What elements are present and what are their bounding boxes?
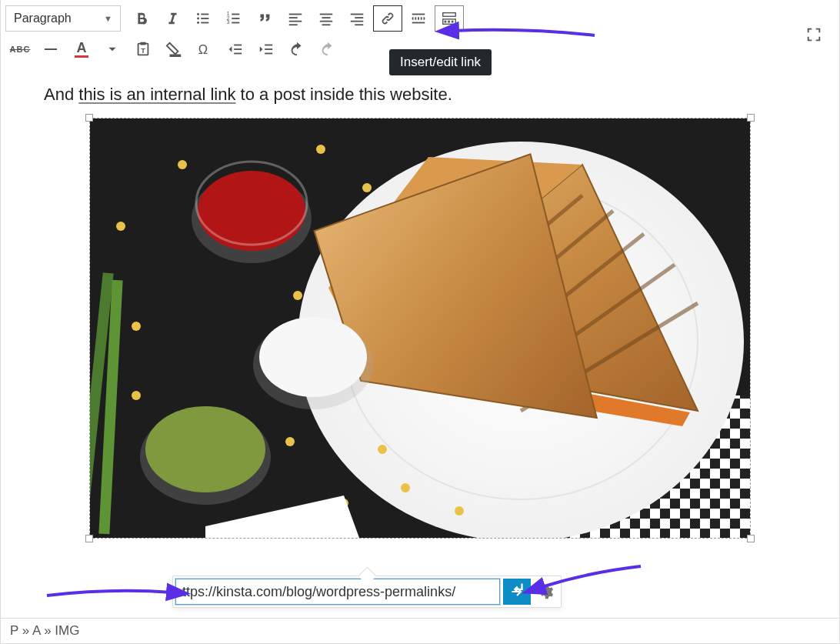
text-color-button[interactable]: A [67,36,96,62]
link-url-input[interactable] [175,579,500,605]
para-text-post: to a post inside this website. [235,85,452,104]
caret-down-icon: ▼ [104,14,112,23]
svg-text:Ω: Ω [198,42,208,56]
align-center-button[interactable] [312,5,341,32]
svg-rect-29 [445,21,447,23]
svg-rect-33 [140,42,145,45]
undo-button[interactable] [282,36,312,62]
svg-rect-38 [234,53,242,55]
italic-button[interactable] [158,5,187,32]
svg-rect-16 [320,14,333,15]
svg-rect-4 [201,18,208,19]
svg-rect-30 [448,21,450,23]
toolbar-toggle-button[interactable] [435,5,464,32]
svg-rect-20 [351,14,364,15]
svg-point-70 [362,183,372,192]
svg-point-63 [259,317,367,397]
svg-rect-17 [322,17,331,18]
ordered-list-button[interactable]: 123 [219,5,248,32]
svg-rect-15 [289,24,298,25]
svg-rect-37 [234,48,242,50]
svg-point-1 [197,18,199,20]
svg-point-75 [455,506,464,516]
svg-point-2 [197,22,199,24]
svg-point-77 [285,437,295,446]
apply-link-button[interactable] [503,579,531,605]
internal-link[interactable]: this is an internal link [78,85,235,104]
svg-point-73 [401,483,410,492]
special-character-button[interactable]: Ω [190,36,219,62]
link-options-button[interactable] [532,579,558,605]
svg-rect-9 [232,14,239,15]
svg-rect-21 [355,17,363,18]
para-text-pre: And [44,85,78,104]
svg-text:T: T [141,47,145,55]
svg-rect-10 [232,18,239,19]
svg-rect-31 [452,21,454,23]
path-sep1: » [18,623,32,638]
svg-text:3: 3 [227,19,230,25]
svg-point-71 [132,322,141,331]
resize-handle-tl[interactable] [85,114,93,122]
resize-handle-bl[interactable] [85,535,93,542]
svg-point-60 [198,171,305,251]
indent-button[interactable] [252,36,281,62]
align-right-button[interactable] [342,5,372,32]
outdent-button[interactable] [221,36,250,62]
annotation-arrow-left [43,582,178,608]
svg-point-68 [178,160,187,169]
format-select[interactable]: Paragraph ▼ [5,5,121,32]
svg-point-0 [197,13,199,15]
svg-point-79 [116,222,125,231]
format-select-label: Paragraph [14,12,72,25]
clear-formatting-button[interactable] [159,36,188,62]
svg-point-69 [316,145,325,154]
link-button-tooltip: Insert/edit link [389,49,492,75]
blockquote-button[interactable] [250,5,279,32]
path-img[interactable]: IMG [55,623,79,638]
svg-rect-41 [265,53,272,55]
svg-rect-19 [322,24,331,25]
path-sep2: » [40,623,55,638]
bold-button[interactable] [127,5,156,32]
svg-rect-39 [265,45,272,46]
editor-content[interactable]: And this is an internal link to a post i… [1,68,839,538]
unordered-list-button[interactable] [188,5,218,32]
svg-rect-22 [351,21,364,22]
resize-handle-br[interactable] [747,535,755,542]
svg-rect-24 [412,14,425,15]
svg-rect-5 [201,22,208,24]
redo-button[interactable] [313,36,342,62]
content-image[interactable] [90,118,750,538]
selected-image-wrap[interactable] [90,118,750,538]
path-a[interactable]: A [32,623,40,638]
svg-rect-13 [289,17,298,18]
svg-rect-14 [289,21,302,22]
svg-rect-25 [412,18,425,19]
insert-more-button[interactable] [404,5,433,32]
fullscreen-button[interactable] [799,22,828,48]
horizontal-line-button[interactable] [36,36,65,62]
horizontal-line-icon [45,48,57,50]
resize-handle-tr[interactable] [747,114,755,122]
strikethrough-button[interactable]: ABC [5,36,35,62]
svg-point-78 [378,445,387,454]
svg-rect-11 [232,22,239,24]
path-p[interactable]: P [10,623,18,638]
svg-point-76 [132,391,141,400]
paragraph[interactable]: And this is an internal link to a post i… [44,85,796,105]
insert-link-button[interactable] [373,5,402,32]
text-color-dropdown[interactable] [98,36,127,62]
svg-rect-23 [355,24,363,25]
element-path-bar: P » A » IMG [1,618,839,643]
align-left-button[interactable] [281,5,310,32]
svg-rect-12 [289,14,302,15]
svg-rect-3 [201,14,208,15]
svg-rect-40 [265,48,272,50]
svg-rect-26 [412,22,425,24]
svg-rect-36 [234,45,242,46]
svg-rect-27 [443,13,456,17]
paste-text-button[interactable]: T [128,36,158,62]
svg-rect-18 [320,21,333,22]
svg-point-65 [145,406,265,492]
